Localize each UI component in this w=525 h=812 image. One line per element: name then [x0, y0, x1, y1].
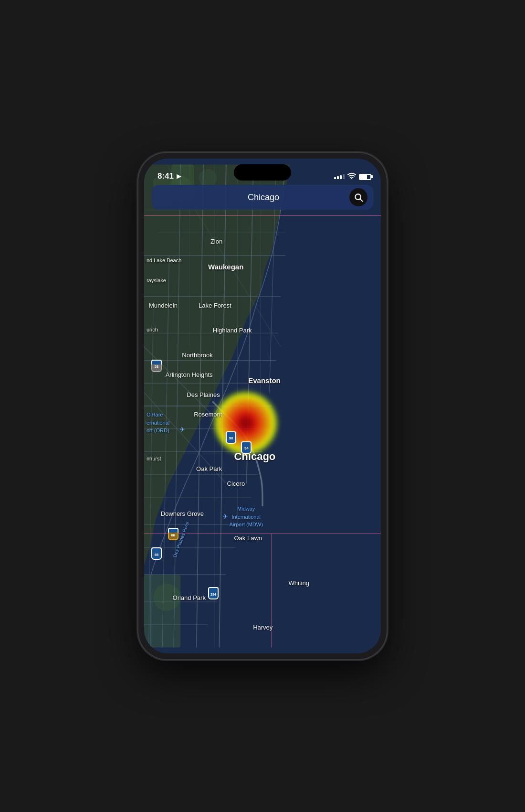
- battery-fill: [360, 175, 367, 179]
- midway-plane-icon: ✈: [222, 513, 228, 520]
- signal-bar-3: [340, 175, 342, 179]
- search-bar[interactable]: Chicago: [152, 185, 373, 210]
- dynamic-island: [234, 164, 291, 181]
- search-title: Chicago: [178, 192, 349, 203]
- signal-bar-1: [334, 177, 336, 179]
- status-time: 8:41 ▶: [158, 171, 181, 181]
- battery-icon: [359, 174, 371, 180]
- signal-bar-2: [337, 176, 339, 179]
- search-button[interactable]: [349, 188, 368, 206]
- status-icons: [334, 172, 371, 181]
- signal-bars: [334, 174, 345, 179]
- svg-line-43: [360, 199, 363, 202]
- heatmap-overlay: [215, 392, 277, 454]
- search-icon: [354, 192, 363, 202]
- svg-point-6: [153, 584, 180, 611]
- ohare-plane-icon: ✈: [179, 426, 185, 433]
- map-container[interactable]: Chicago Evanston Waukegan Zion Highland …: [144, 159, 381, 653]
- phone-frame: Chicago Evanston Waukegan Zion Highland …: [138, 153, 387, 659]
- phone-screen: Chicago Evanston Waukegan Zion Highland …: [144, 159, 381, 653]
- time-display: 8:41: [158, 171, 174, 181]
- location-arrow-icon: ▶: [177, 173, 181, 180]
- signal-bar-4: [343, 174, 345, 179]
- svg-point-41: [351, 178, 352, 179]
- wifi-icon: [347, 172, 356, 181]
